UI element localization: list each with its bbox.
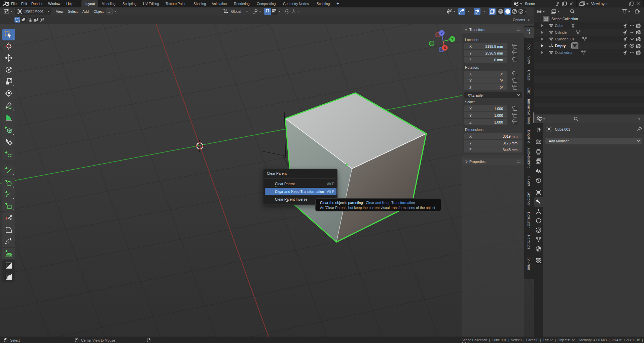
svg-text:Y: Y (451, 37, 454, 41)
svg-text:Z: Z (441, 31, 443, 35)
svg-text:X: X (443, 46, 446, 50)
